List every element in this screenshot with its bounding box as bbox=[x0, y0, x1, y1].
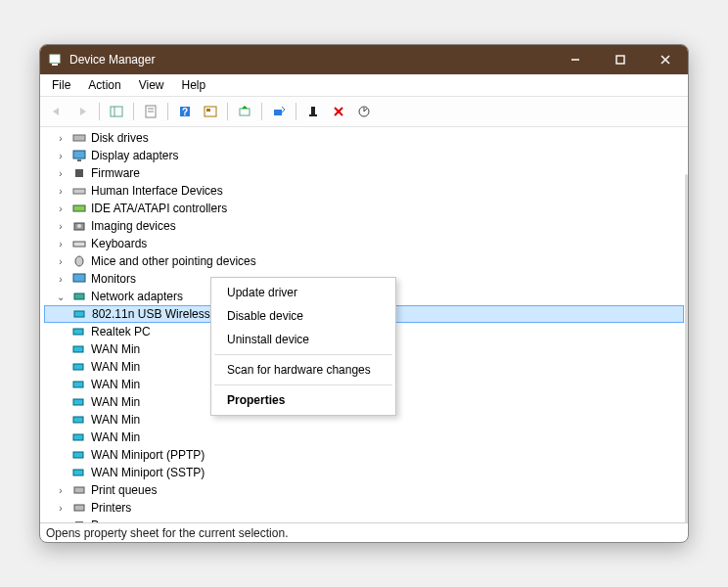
adapter-icon bbox=[71, 448, 87, 462]
tree-label: Processors bbox=[91, 519, 150, 522]
ide-icon bbox=[71, 202, 87, 215]
adapter-icon bbox=[71, 395, 87, 409]
device-tree[interactable]: ›Disk drives ›Display adapters ›Firmware… bbox=[40, 127, 688, 522]
menu-item-disable-device[interactable]: Disable device bbox=[213, 304, 393, 328]
tree-item-disk-drives[interactable]: ›Disk drives bbox=[44, 129, 684, 147]
close-button[interactable] bbox=[643, 45, 688, 74]
tree-label: Printers bbox=[91, 501, 131, 515]
menu-view[interactable]: View bbox=[131, 76, 172, 94]
tree-label: Human Interface Devices bbox=[91, 184, 223, 198]
svg-rect-35 bbox=[73, 329, 83, 335]
svg-rect-34 bbox=[74, 311, 84, 317]
chevron-right-icon: › bbox=[54, 503, 68, 514]
svg-rect-44 bbox=[74, 487, 84, 493]
tree-label: WAN Miniport (PPTP) bbox=[91, 448, 205, 462]
tree-item-processors[interactable]: ›Processors bbox=[44, 517, 684, 522]
enable-button[interactable] bbox=[302, 101, 324, 122]
tree-label: Network adapters bbox=[91, 290, 183, 303]
svg-rect-23 bbox=[73, 151, 85, 158]
svg-rect-22 bbox=[73, 135, 85, 141]
adapter-icon bbox=[71, 430, 87, 444]
menu-item-scan-hardware[interactable]: Scan for hardware changes bbox=[213, 358, 393, 382]
svg-rect-32 bbox=[73, 274, 85, 282]
tree-item-mice[interactable]: ›Mice and other pointing devices bbox=[44, 252, 684, 270]
chip-icon bbox=[71, 166, 87, 180]
refresh-button[interactable] bbox=[200, 101, 221, 122]
tree-item-display-adapters[interactable]: ›Display adapters bbox=[44, 147, 684, 164]
back-button bbox=[46, 101, 68, 122]
tree-item-print-queues[interactable]: ›Print queues bbox=[44, 481, 684, 499]
tree-item-adapter[interactable]: WAN Miniport (PPTP) bbox=[44, 446, 684, 464]
adapter-icon bbox=[71, 378, 87, 391]
app-icon bbox=[48, 52, 64, 68]
show-hide-tree-button[interactable] bbox=[106, 101, 127, 122]
tree-label: IDE ATA/ATAPI controllers bbox=[91, 202, 227, 215]
tree-label: Realtek PC bbox=[91, 325, 151, 339]
maximize-button[interactable] bbox=[598, 45, 643, 74]
svg-rect-18 bbox=[309, 114, 317, 116]
chevron-right-icon: › bbox=[54, 151, 68, 161]
minimize-button[interactable] bbox=[553, 45, 598, 74]
disable-button[interactable] bbox=[268, 101, 290, 122]
tree-label: WAN Min bbox=[91, 360, 140, 374]
svg-rect-41 bbox=[73, 434, 83, 440]
tree-item-hid[interactable]: ›Human Interface Devices bbox=[44, 182, 684, 200]
keyboard-icon bbox=[71, 237, 87, 250]
context-menu: Update driver Disable device Uninstall d… bbox=[210, 277, 396, 416]
svg-text:?: ? bbox=[182, 107, 188, 117]
adapter-icon bbox=[71, 342, 87, 356]
menu-file[interactable]: File bbox=[44, 76, 78, 94]
menu-item-uninstall-device[interactable]: Uninstall device bbox=[213, 328, 393, 351]
chevron-right-icon: › bbox=[54, 186, 68, 197]
adapter-icon bbox=[71, 360, 87, 374]
chevron-right-icon: › bbox=[54, 485, 68, 496]
menu-action[interactable]: Action bbox=[80, 76, 128, 94]
adapter-icon bbox=[71, 466, 87, 479]
tree-item-printers[interactable]: ›Printers bbox=[44, 499, 684, 517]
disk-icon bbox=[71, 131, 87, 145]
chevron-right-icon: › bbox=[54, 203, 68, 214]
scrollbar[interactable] bbox=[685, 174, 688, 522]
chevron-right-icon: › bbox=[54, 256, 68, 267]
svg-rect-42 bbox=[73, 452, 83, 458]
forward-button bbox=[71, 101, 93, 122]
toolbar-separator bbox=[261, 103, 262, 120]
help-button[interactable]: ? bbox=[174, 101, 196, 122]
toolbar-separator bbox=[167, 103, 168, 120]
toolbar-separator bbox=[133, 103, 134, 120]
chevron-right-icon: › bbox=[54, 221, 68, 232]
chevron-right-icon: › bbox=[54, 168, 68, 179]
svg-rect-24 bbox=[77, 159, 81, 161]
tree-label: WAN Min bbox=[91, 413, 140, 427]
menu-separator bbox=[214, 384, 392, 385]
tree-item-adapter[interactable]: WAN Miniport (SSTP) bbox=[44, 464, 684, 481]
svg-rect-43 bbox=[73, 470, 83, 475]
menu-item-update-driver[interactable]: Update driver bbox=[213, 281, 393, 304]
monitor-icon bbox=[71, 272, 87, 286]
tree-label: Print queues bbox=[91, 483, 157, 497]
menu-item-properties[interactable]: Properties bbox=[213, 388, 393, 412]
menu-help[interactable]: Help bbox=[174, 76, 214, 94]
tree-item-adapter[interactable]: WAN Min bbox=[44, 429, 684, 446]
uninstall-button[interactable] bbox=[328, 101, 349, 122]
svg-rect-37 bbox=[73, 364, 83, 370]
printer-icon bbox=[71, 501, 87, 515]
tree-item-ide[interactable]: ›IDE ATA/ATAPI controllers bbox=[44, 200, 684, 217]
tree-item-firmware[interactable]: ›Firmware bbox=[44, 164, 684, 182]
scan-hardware-button[interactable] bbox=[353, 101, 375, 122]
chevron-down-icon: ⌄ bbox=[54, 292, 68, 302]
svg-rect-3 bbox=[616, 56, 624, 64]
svg-rect-30 bbox=[73, 242, 85, 247]
properties-button[interactable] bbox=[140, 101, 161, 122]
svg-rect-1 bbox=[52, 64, 58, 66]
tree-item-keyboards[interactable]: ›Keyboards bbox=[44, 235, 684, 252]
adapter-icon bbox=[72, 307, 88, 321]
update-driver-button[interactable] bbox=[234, 101, 255, 122]
tree-item-imaging[interactable]: ›Imaging devices bbox=[44, 217, 684, 235]
svg-rect-39 bbox=[73, 399, 83, 405]
display-icon bbox=[71, 149, 87, 162]
svg-rect-38 bbox=[73, 382, 83, 387]
title-bar: Device Manager bbox=[40, 45, 688, 74]
tree-label: WAN Miniport (SSTP) bbox=[91, 466, 205, 479]
svg-rect-6 bbox=[111, 107, 122, 116]
